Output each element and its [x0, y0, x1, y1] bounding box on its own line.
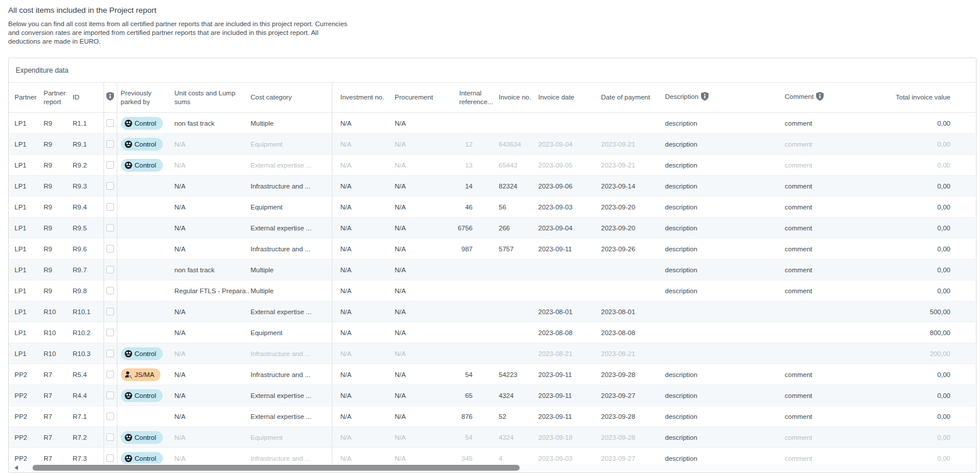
cell-procurement: N/A — [390, 134, 454, 155]
cell-unit-costs: N/A — [171, 155, 250, 176]
cell-select — [103, 280, 117, 301]
cell-investment-no: N/A — [332, 385, 390, 406]
table-row: PP2R7R5.4JS/MAN/AInfrastructure and ...N… — [9, 364, 975, 385]
column-header-cost-category: Cost category — [250, 83, 332, 113]
cell-unit-costs: N/A — [171, 406, 250, 427]
badge-label: Control — [135, 162, 156, 169]
cell-description — [663, 322, 773, 343]
column-header-description-label: Description — [665, 93, 699, 100]
scroll-left-arrow-icon[interactable] — [15, 465, 18, 470]
row-select-checkbox[interactable] — [106, 245, 114, 252]
horizontal-scrollbar-thumb[interactable] — [33, 465, 520, 471]
control-badge: Control — [121, 347, 163, 360]
row-select-checkbox[interactable] — [106, 287, 114, 294]
table-row: LP1R9R9.5N/AExternal expertise ...N/AN/A… — [9, 218, 975, 239]
cell-previously-parked-by: Control — [117, 134, 171, 155]
horizontal-scrollbar[interactable] — [9, 464, 975, 472]
info-shield-icon[interactable] — [816, 92, 824, 102]
cell-comment — [773, 343, 860, 364]
cell-select — [103, 259, 117, 280]
row-select-checkbox[interactable] — [106, 266, 114, 273]
cell-internal-reference — [454, 322, 497, 343]
cell-procurement: N/A — [390, 280, 454, 301]
row-select-checkbox[interactable] — [106, 161, 114, 169]
cell-previously-parked-by: Control — [117, 385, 171, 406]
row-select-checkbox[interactable] — [106, 203, 114, 211]
cell-partner: LP1 — [9, 343, 44, 364]
cell-unit-costs: N/A — [171, 322, 250, 343]
badge-label: Control — [135, 434, 156, 441]
cell-select — [103, 385, 117, 406]
badge-label: Control — [135, 120, 156, 127]
info-shield-icon[interactable] — [701, 92, 709, 102]
cell-total-invoice-value: 0,00 — [860, 364, 956, 385]
row-select-checkbox[interactable] — [106, 119, 114, 127]
cell-partner: LP1 — [9, 280, 44, 301]
cell-total-invoice-value: 0,00 — [860, 427, 956, 448]
cell-partner: LP1 — [9, 239, 44, 259]
cell-partner-report: R9 — [44, 239, 73, 259]
cell-unit-costs: non fast track — [171, 113, 250, 134]
row-select-checkbox[interactable] — [106, 412, 114, 420]
row-select-checkbox[interactable] — [106, 454, 114, 462]
row-select-checkbox[interactable] — [106, 371, 114, 378]
cell-select — [103, 134, 117, 155]
cell-date-of-payment: 2023-08-08 — [599, 322, 663, 343]
cell-description: description — [663, 218, 773, 239]
row-select-checkbox[interactable] — [106, 224, 114, 232]
cell-invoice-date: 2023-09-04 — [538, 134, 599, 155]
cell-comment: comment — [773, 218, 860, 239]
cell-date-of-payment — [599, 113, 663, 134]
cell-total-invoice-value: 0,00 — [860, 155, 956, 176]
cell-partner-report: R10 — [44, 301, 73, 322]
cell-internal-reference: 14 — [454, 176, 497, 197]
info-shield-icon[interactable] — [106, 95, 114, 102]
cell-investment-no: N/A — [332, 364, 390, 385]
cell-description: description — [663, 280, 773, 301]
cell-investment-no: N/A — [332, 406, 390, 427]
cell-description — [663, 301, 773, 322]
expenditure-data-panel: Expenditure data Partner Partner report … — [8, 58, 977, 473]
cell-partner: PP2 — [9, 385, 44, 406]
cell-description: description — [663, 406, 773, 427]
cell-unit-costs: N/A — [171, 427, 250, 448]
cell-investment-no: N/A — [332, 134, 390, 155]
control-wheel-icon — [124, 119, 133, 127]
column-header-invoice-no: Invoice no. — [497, 83, 538, 113]
cell-invoice-date: 2023-09-03 — [538, 197, 599, 218]
row-select-checkbox[interactable] — [106, 140, 114, 148]
cell-total-invoice-value: 0,00 — [860, 176, 956, 197]
row-select-checkbox[interactable] — [106, 392, 114, 399]
cell-description — [663, 343, 773, 364]
table-row: LP1R9R9.6N/AInfrastructure and ...N/AN/A… — [9, 239, 975, 259]
cell-procurement: N/A — [390, 239, 454, 259]
cell-comment: comment — [773, 134, 860, 155]
row-select-checkbox[interactable] — [106, 433, 114, 441]
control-badge: Control — [121, 117, 163, 130]
cell-investment-no: N/A — [332, 322, 390, 343]
cell-description: description — [663, 155, 773, 176]
row-select-checkbox[interactable] — [106, 350, 114, 357]
cell-partner-report: R9 — [44, 155, 73, 176]
cell-previously-parked-by — [117, 218, 171, 239]
column-header-certified-info — [103, 83, 117, 113]
cell-select — [103, 113, 117, 134]
cell-invoice-date: 2023-09-11 — [538, 239, 599, 259]
cell-comment: comment — [773, 259, 860, 280]
cell-filler — [956, 176, 975, 197]
row-select-checkbox[interactable] — [106, 308, 114, 315]
cell-previously-parked-by — [117, 280, 171, 301]
cell-date-of-payment: 2023-09-20 — [599, 218, 663, 239]
row-select-checkbox[interactable] — [106, 329, 114, 336]
cell-procurement: N/A — [390, 197, 454, 218]
control-badge: Control — [121, 431, 163, 444]
cell-description: description — [663, 134, 773, 155]
cell-comment: comment — [773, 155, 860, 176]
control-badge: Control — [121, 389, 163, 402]
cell-procurement: N/A — [390, 322, 454, 343]
cell-id: R7.1 — [73, 406, 103, 427]
cell-internal-reference — [454, 301, 497, 322]
row-select-checkbox[interactable] — [106, 182, 114, 190]
badge-label: Control — [135, 392, 156, 399]
cell-select — [103, 301, 117, 322]
